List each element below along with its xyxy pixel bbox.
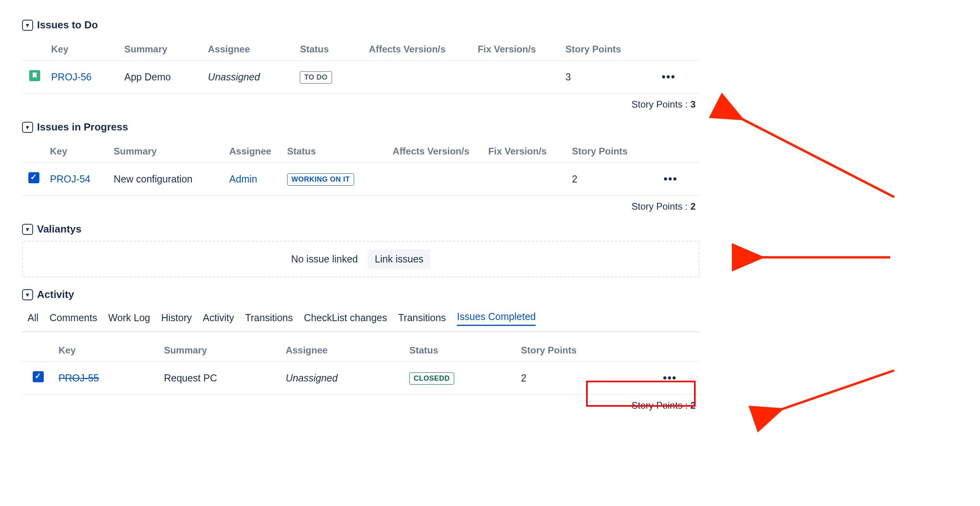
tab-activity[interactable]: Activity [203, 312, 234, 326]
issues-inprogress-table: Key Summary Assignee Status Affects Vers… [22, 140, 700, 195]
tab-transitions-2[interactable]: Transitions [398, 312, 446, 326]
issue-sp: 2 [572, 173, 577, 184]
col-summary: Summary [110, 140, 225, 163]
tab-history[interactable]: History [161, 312, 192, 326]
col-affects: Affects Version/s [389, 140, 484, 163]
status-lozenge: WORKING ON IT [287, 173, 355, 186]
task-icon [28, 172, 39, 183]
col-assignee: Assignee [204, 38, 296, 61]
col-key: Key [47, 38, 121, 61]
activity-tabs: All Comments Work Log History Activity T… [22, 304, 700, 332]
issue-assignee: Unassigned [286, 372, 338, 383]
tab-comments[interactable]: Comments [50, 312, 97, 326]
sp-total-todo: Story Points : 3 [22, 93, 700, 110]
issue-assignee: Unassigned [208, 71, 260, 82]
section-title-valiantys: Valiantys [37, 223, 82, 235]
col-sp: Story Points [562, 38, 658, 61]
col-status: Status [405, 339, 517, 362]
section-header-activity[interactable]: ▾ Activity [22, 288, 700, 301]
col-sp: Story Points [568, 140, 660, 163]
sp-total-activity: Story Points : 2 [22, 394, 700, 411]
issue-summary: New configuration [114, 173, 193, 184]
chevron-down-icon[interactable]: ▾ [22, 122, 33, 133]
col-assignee: Assignee [225, 140, 283, 163]
story-icon [29, 70, 40, 81]
table-row[interactable]: PROJ-56 App Demo Unassigned TO DO 3 ••• [22, 61, 700, 93]
tab-work-log[interactable]: Work Log [108, 312, 150, 326]
issue-assignee-link[interactable]: Admin [229, 173, 257, 184]
link-issues-button[interactable]: Link issues [368, 249, 431, 269]
status-lozenge: CLOSEDD [409, 372, 454, 385]
status-lozenge: TO DO [300, 71, 332, 84]
issue-key-link[interactable]: PROJ-55 [58, 372, 99, 383]
svg-line-0 [741, 118, 894, 197]
col-summary: Summary [160, 339, 282, 362]
col-sp: Story Points [517, 339, 659, 362]
chevron-down-icon[interactable]: ▾ [22, 289, 33, 300]
svg-line-2 [780, 370, 894, 410]
chevron-down-icon[interactable]: ▾ [22, 20, 33, 31]
issue-key-link[interactable]: PROJ-56 [51, 71, 92, 82]
table-row[interactable]: PROJ-54 New configuration Admin WORKING … [22, 163, 700, 195]
col-assignee: Assignee [282, 339, 405, 362]
empty-linked-box: No issue linked Link issues [22, 241, 700, 277]
more-actions-icon[interactable]: ••• [664, 173, 677, 185]
table-row[interactable]: PROJ-55 Request PC Unassigned CLOSEDD 2 … [22, 362, 700, 394]
no-issue-linked-label: No issue linked [291, 253, 358, 264]
section-title-activity: Activity [37, 288, 74, 301]
task-icon [33, 371, 44, 382]
issues-completed-table: Key Summary Assignee Status Story Points… [22, 339, 700, 394]
col-affects: Affects Version/s [365, 38, 474, 61]
issue-key-link[interactable]: PROJ-54 [50, 173, 91, 184]
section-header-todo[interactable]: ▾ Issues to Do [22, 19, 700, 31]
issue-summary: App Demo [124, 71, 171, 82]
col-fix: Fix Version/s [474, 38, 562, 61]
more-actions-icon[interactable]: ••• [663, 372, 677, 384]
issue-summary: Request PC [164, 372, 217, 383]
more-actions-icon[interactable]: ••• [662, 71, 676, 83]
tab-all[interactable]: All [28, 312, 39, 326]
section-header-valiantys[interactable]: ▾ Valiantys [22, 223, 700, 235]
tab-issues-completed[interactable]: Issues Completed [457, 311, 536, 326]
issues-todo-table: Key Summary Assignee Status Affects Vers… [22, 38, 700, 93]
col-summary: Summary [121, 38, 204, 61]
col-status: Status [296, 38, 365, 61]
col-status: Status [283, 140, 389, 163]
issue-sp: 3 [566, 71, 571, 82]
section-header-inprogress[interactable]: ▾ Issues in Progress [22, 121, 700, 133]
section-title-inprogress: Issues in Progress [37, 121, 128, 133]
sp-total-inprogress: Story Points : 2 [22, 195, 700, 212]
chevron-down-icon[interactable]: ▾ [22, 224, 33, 235]
section-title-todo: Issues to Do [37, 19, 98, 31]
issue-sp: 2 [521, 372, 526, 383]
col-fix: Fix Version/s [484, 140, 568, 163]
tab-transitions[interactable]: Transitions [245, 312, 293, 326]
col-key: Key [54, 339, 160, 362]
tab-checklist-changes[interactable]: CheckList changes [304, 312, 387, 326]
col-key: Key [46, 140, 110, 163]
